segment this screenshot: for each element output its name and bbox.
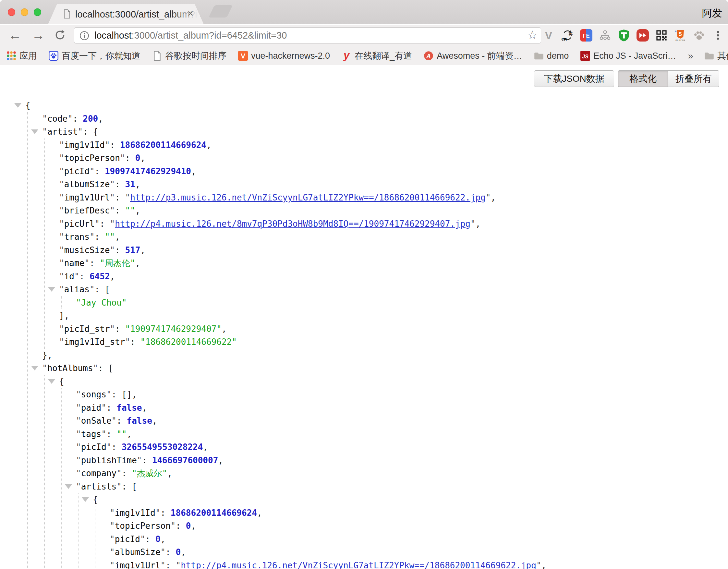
svg-text:JS: JS: [582, 54, 588, 59]
json-token: ": [59, 206, 64, 215]
bookmarks-bar: 应用百度一下，你就知道谷歌按时间排序Vvue-hackernews-2.0y在线…: [0, 47, 728, 65]
bookmark-item[interactable]: demo: [534, 51, 569, 61]
json-value: 1466697600007: [152, 455, 218, 465]
url-text[interactable]: localhost:3000/artist_album?id=6452&limi…: [94, 30, 287, 41]
bookmark-item[interactable]: 应用: [6, 50, 37, 62]
json-token: :: [115, 324, 125, 334]
json-key: img1v1Id_str: [64, 337, 125, 347]
json-key: paid: [81, 403, 102, 413]
json-line: "img1v1Id": 18686200114669624,: [59, 139, 546, 152]
collapse-triangle-icon[interactable]: [48, 287, 55, 292]
json-children-block: "code": 200,"artist": {"img1v1Id": 18686…: [27, 112, 546, 569]
json-token: ,: [541, 561, 547, 569]
new-tab-button[interactable]: [209, 5, 233, 18]
json-children-block: "img1v1Id": 18686200114669624,"topicPers…: [95, 506, 546, 569]
bookmark-item[interactable]: AAwesomes - 前端资…: [424, 50, 522, 62]
active-tab[interactable]: localhost:3000/artist_album?id ×: [48, 4, 204, 24]
html5-player-icon[interactable]: 5PLAYER: [672, 27, 688, 43]
bookmark-item[interactable]: 百度一下，你就知道: [49, 50, 140, 62]
reload-button[interactable]: [54, 29, 66, 41]
json-key: onSale: [81, 416, 112, 426]
qrcode-icon[interactable]: [653, 27, 670, 43]
json-token: {: [25, 101, 30, 110]
collapse-all-button[interactable]: 折叠所有: [668, 70, 719, 87]
close-window-button[interactable]: [8, 8, 15, 16]
tab-close-icon[interactable]: ×: [188, 8, 193, 19]
json-line: "img1v1Url": "http://p4.music.126.net/Vn…: [110, 559, 546, 569]
json-line: "img1v1Id_str": "18686200114669622": [59, 335, 546, 349]
bookmarks-overflow-button[interactable]: »: [688, 50, 693, 61]
json-token: :: [142, 455, 152, 465]
other-bookmarks-folder[interactable]: 其他书签: [704, 50, 728, 62]
translate-icon[interactable]: 英en: [559, 27, 576, 43]
json-key: picId: [115, 534, 140, 544]
bookmark-item[interactable]: y在线翻译_有道: [342, 50, 412, 62]
json-token: :: [112, 442, 122, 452]
url-bar[interactable]: localhost:3000/artist_album?id=6452&limi…: [74, 27, 541, 43]
json-link[interactable]: http://p4.music.126.net/8mv7qP30Pd3oHW8b…: [115, 219, 470, 229]
download-json-button[interactable]: 下载JSON数据: [534, 70, 614, 87]
forward-button[interactable]: →: [32, 27, 45, 43]
profile-name[interactable]: 阿发: [702, 6, 722, 20]
json-token: ,: [181, 547, 186, 557]
json-token: ": [137, 455, 142, 465]
json-token: ": [76, 455, 81, 465]
json-token: ": [125, 337, 130, 347]
collapse-triangle-icon[interactable]: [48, 379, 55, 384]
sitemap-icon[interactable]: [597, 27, 613, 43]
json-value: 0: [176, 547, 181, 557]
json-key: picUrl: [64, 219, 95, 229]
json-children-block: "Jay Chou": [61, 296, 546, 309]
bookmark-item[interactable]: Vvue-hackernews-2.0: [238, 51, 330, 61]
bookmark-label: 其他书签: [717, 50, 728, 62]
youdao-icon: y: [342, 51, 351, 61]
json-key: picId: [64, 166, 90, 176]
shield-t-icon[interactable]: [616, 27, 632, 43]
minimize-window-button[interactable]: [21, 8, 28, 16]
json-token: ": [59, 245, 64, 255]
json-key: code: [47, 114, 68, 124]
svg-text:A: A: [426, 53, 431, 59]
json-value: "Jay Chou": [76, 298, 127, 308]
svg-text:V: V: [545, 30, 552, 42]
back-button[interactable]: ←: [8, 27, 21, 43]
info-icon[interactable]: [79, 31, 89, 41]
json-token: ": [176, 561, 181, 569]
zoom-window-button[interactable]: [34, 8, 41, 16]
collapse-triangle-icon[interactable]: [65, 484, 72, 489]
bookmark-item[interactable]: 谷歌按时间排序: [152, 50, 226, 62]
apps-grid-icon: [6, 51, 16, 61]
vue-devtools-icon[interactable]: V: [540, 27, 557, 43]
format-button[interactable]: 格式化: [618, 70, 668, 87]
collapse-triangle-icon[interactable]: [31, 129, 38, 134]
svg-text:英: 英: [568, 31, 573, 36]
browser-menu-button[interactable]: [710, 27, 726, 43]
bookmark-item[interactable]: JSEcho JS - JavaScri…: [580, 51, 676, 61]
paw-icon[interactable]: [691, 27, 707, 43]
navigation-toolbar: ← → localhost:3000/artist_album?id=6452&…: [0, 25, 728, 47]
fast-forward-icon[interactable]: [635, 27, 651, 43]
json-key: trans: [64, 232, 90, 242]
collapse-triangle-icon[interactable]: [31, 366, 38, 370]
json-key: musicSize: [64, 245, 110, 255]
json-value: 517: [125, 245, 140, 255]
json-token: ": [84, 258, 90, 268]
json-token: :: [145, 534, 155, 544]
collapse-triangle-icon[interactable]: [14, 103, 21, 108]
json-token: :: [79, 272, 90, 281]
page-icon: [152, 51, 162, 61]
json-token: ": [110, 219, 115, 229]
json-token: ,: [161, 534, 166, 544]
json-key: img1v1Id: [115, 508, 155, 518]
json-link[interactable]: http://p4.music.126.net/VnZiScyynLG7atLI…: [181, 561, 536, 569]
fehelper-icon[interactable]: FE: [578, 27, 594, 43]
json-key: topicPerson: [115, 521, 171, 531]
json-value: false: [116, 403, 142, 413]
json-viewer: {"code": 200,"artist": {"img1v1Id": 1868…: [25, 99, 546, 569]
collapse-triangle-icon[interactable]: [82, 497, 89, 502]
json-token: ,: [140, 153, 145, 163]
json-link[interactable]: http://p3.music.126.net/VnZiScyynLG7atLI…: [130, 193, 486, 202]
bookmark-star-icon[interactable]: ☆: [527, 28, 538, 42]
json-token: ": [59, 285, 64, 294]
json-token: ": [110, 534, 115, 544]
